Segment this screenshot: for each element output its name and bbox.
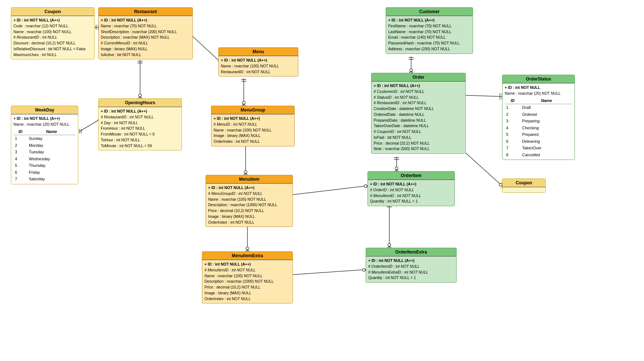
conn-menuitem-orderitem — [291, 186, 367, 195]
field: PasswordHash : nvarchar (70) NOT NULL — [388, 40, 470, 46]
field: + ID : int NOT NULL (A++) — [101, 17, 190, 23]
entity-order: Order + ID : int NOT NULL (A++) # Custom… — [371, 73, 466, 154]
field: TakenOverDate : datetime NULL — [374, 123, 463, 129]
field: # MenuGroupID : int NOT NULL — [208, 191, 290, 197]
field: # RestaurantID : int NOT NULL — [374, 100, 463, 106]
entity-order-body: + ID : int NOT NULL (A++) # CustomerID :… — [371, 82, 465, 153]
svg-point-19 — [244, 170, 247, 173]
field: + ID : int NOT NULL — [505, 85, 572, 91]
field: ToMinute : int NOT NULL = 59 — [101, 143, 179, 149]
entity-customer-body: + ID : int NOT NULL (A++) FirstName : nv… — [386, 16, 473, 54]
field: Email : nvarchar (140) NOT NULL — [388, 35, 470, 40]
svg-point-39 — [362, 268, 365, 271]
entity-weekday: WeekDay + ID : int NOT NULL (A++) Name :… — [11, 106, 78, 184]
field: Price : decimal (10,2) NOT NULL — [204, 285, 290, 290]
field: ShortDescription : nvarchar (200) NOT NU… — [101, 29, 190, 35]
field: # MenuID : int NOT NULL — [214, 122, 292, 127]
field: Name : nvarchar (100) NOT NULL — [214, 127, 292, 133]
entity-orderstatus-header: OrderStatus — [502, 75, 575, 83]
field: OrderedDate : datetime NULL — [374, 112, 463, 118]
field: IsRelativeDiscount : bit NOT NULL = Fals… — [13, 46, 92, 52]
entity-openinghours-header: OpeningHours — [99, 99, 182, 107]
field: # CouponID : int NOT NULL — [374, 129, 463, 135]
entity-customer: Customer + ID : int NOT NULL (A++) First… — [386, 7, 473, 54]
field: RestaurantID : int NOT NULL — [221, 69, 296, 75]
diagram: Coupon + ID : int NOT NULL (A++) Code : … — [0, 0, 644, 361]
svg-point-40 — [499, 183, 502, 186]
field: Image : binary (MAX) NULL — [214, 133, 292, 139]
field: # CurrentMenuID : int NULL — [101, 40, 190, 46]
field: # MenuItemID : int NOT NULL — [370, 193, 452, 199]
field: Name : nvarchar (100) NOT NULL — [204, 273, 290, 279]
field: + ID : int NOT NULL (A++) — [368, 258, 454, 264]
field: Quantity : int NOT NULL = 1 — [368, 275, 454, 281]
field: # Day : int NOT NULL — [101, 120, 179, 126]
field: ToHour : int NOT NULL — [101, 137, 179, 143]
svg-point-25 — [410, 69, 413, 72]
field: + ID : int NOT NULL (A++) — [374, 83, 463, 89]
entity-openinghours-body: + ID : int NOT NULL (A++) # RestaurantID… — [99, 107, 182, 150]
field: + ID : int NOT NULL (A++) — [13, 116, 76, 122]
entity-restaurant: Restaurant + ID : int NOT NULL (A++) Nam… — [98, 7, 193, 59]
entity-order-header: Order — [371, 73, 465, 82]
entity-orderstatus: OrderStatus + ID : int NOT NULL Name : n… — [502, 75, 575, 160]
field: Name : nvarchar (100) NOT NULL — [221, 63, 296, 69]
field: + ID : int NOT NULL (A++) — [101, 109, 179, 114]
field: IsPaid : bit NOT NULL — [374, 135, 463, 141]
field: Address : nvarchar (200) NOT NULL — [388, 46, 470, 52]
field: PreparedDate : datetime NULL — [374, 118, 463, 123]
field: + ID : int NOT NULL (A++) — [204, 262, 290, 267]
entity-coupon-top-header: Coupon — [11, 8, 94, 16]
field: OrderIndex : int NOT NULL — [208, 220, 290, 225]
entity-menu-header: Menu — [219, 48, 298, 56]
conn-menuitemextra-orderitemextra — [287, 270, 366, 275]
entity-orderitem-header: OrderItem — [368, 172, 454, 180]
entity-restaurant-header: Restaurant — [99, 8, 192, 16]
svg-point-33 — [364, 185, 367, 188]
field: OrderIndex : int NOT NULL — [214, 139, 292, 145]
entity-menuitemextra-header: MenuItemExtra — [202, 252, 293, 260]
field: # StatusID : int NOT NULL — [374, 95, 463, 101]
svg-point-22 — [246, 247, 249, 250]
field: # MenuItemID : int NOT NULL — [204, 267, 290, 273]
entity-coupon-bottom-body — [502, 187, 545, 192]
entity-orderitem-body: + ID : int NOT NULL (A++) # OrderID : in… — [368, 180, 454, 206]
field: # OrderID : int NOT NULL — [370, 187, 452, 193]
field: CreationDate : datetime NOT NULL — [374, 106, 463, 112]
entity-menu-body: + ID : int NOT NULL (A++) Name : nvarcha… — [219, 56, 298, 76]
svg-point-36 — [388, 243, 391, 246]
entity-orderstatus-body: + ID : int NOT NULL Name : nvarchar (20)… — [502, 83, 575, 160]
entity-menuitem: MenuItem + ID : int NOT NULL (A++) # Men… — [206, 175, 293, 227]
field: Name : nvarchar (20) NOT NULL — [13, 122, 76, 127]
field: Name : nvarchar (100) NOT NULL — [208, 197, 290, 203]
entity-weekday-header: WeekDay — [11, 106, 78, 114]
entity-menuitemextra-body: + ID : int NOT NULL (A++) # MenuItemID :… — [202, 260, 293, 303]
field: # RestaurantID : int NOT NULL — [101, 114, 179, 120]
field: # MenuItemExtraID : int NOT NULL — [368, 270, 454, 275]
field: + ID : int NOT NULL (A++) — [388, 17, 470, 23]
field: Image : binary (MAX) NULL — [208, 214, 290, 220]
field: # RestaurantID : int NULL — [13, 35, 92, 40]
entity-coupon-top-body: + ID : int NOT NULL (A++) Code : nvarcha… — [11, 16, 94, 59]
entity-openinghours: OpeningHours + ID : int NOT NULL (A++) #… — [98, 98, 182, 150]
field: FromMinute : int NOT NULL = 0 — [101, 132, 179, 137]
entity-customer-header: Customer — [386, 8, 473, 16]
field: + ID : int NOT NULL (A++) — [214, 116, 292, 122]
entity-menuitem-header: MenuItem — [206, 175, 293, 184]
field: Image : binary (MAX) NULL — [101, 46, 190, 52]
field: Description : nvarchar (MAX) NOT NULL — [101, 35, 190, 40]
field: LastName : nvarchar (70) NOT NULL — [388, 29, 470, 35]
field: + ID : int NOT NULL (A++) — [208, 185, 290, 191]
field: Name : nvarchar (70) NOT NULL — [101, 23, 190, 29]
field: MaximumUses : int NULL — [13, 52, 92, 58]
entity-coupon-top: Coupon + ID : int NOT NULL (A++) Code : … — [11, 7, 95, 59]
svg-point-30 — [395, 167, 398, 170]
entity-restaurant-body: + ID : int NOT NULL (A++) Name : nvarcha… — [99, 16, 192, 59]
field: Price : decimal (10,2) NOT NULL — [374, 141, 463, 146]
entity-menuitemextra: MenuItemExtra + ID : int NOT NULL (A++) … — [202, 251, 293, 303]
entity-orderitemextra: OrderItemExtra + ID : int NOT NULL (A++)… — [366, 248, 457, 283]
entity-menugroup-body: + ID : int NOT NULL (A++) # MenuID : int… — [211, 114, 294, 146]
entity-menu: Menu + ID : int NOT NULL (A++) Name : nv… — [218, 47, 298, 76]
entity-orderitem: OrderItem + ID : int NOT NULL (A++) # Or… — [367, 171, 455, 206]
field: Description : nvarchar (1000) NOT NULL — [208, 202, 290, 208]
